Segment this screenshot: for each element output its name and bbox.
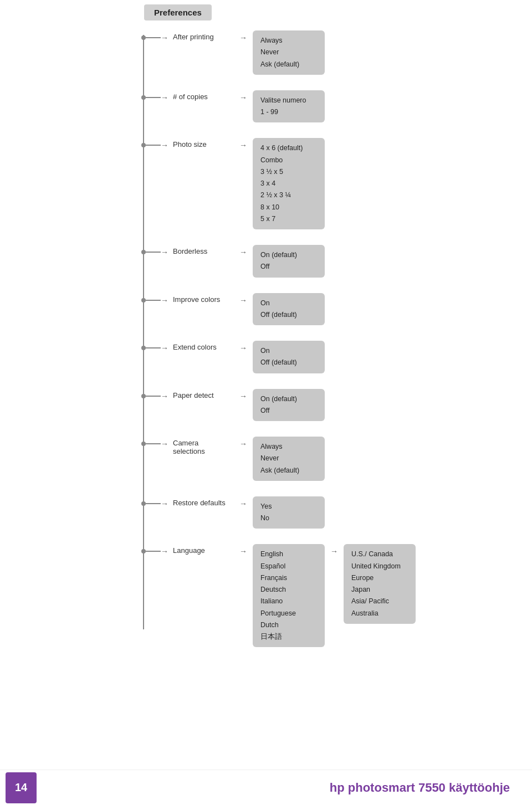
h-connector [146, 347, 161, 348]
arrow-icon: → [161, 141, 168, 150]
h-connector [146, 300, 161, 301]
bullet-dot [141, 346, 146, 350]
product-name: hp photosmart 7550 käyttöohje [330, 781, 510, 795]
h-connector [146, 503, 161, 504]
preferences-tree: →After printing→AlwaysNeverAsk (default)… [122, 30, 510, 674]
arrow-icon: → [161, 343, 168, 352]
pref-label: Language [173, 544, 239, 555]
pref-label: Extend colors [173, 341, 239, 351]
options-box: AlwaysNeverAsk (default) [253, 437, 325, 481]
h-connector [146, 145, 161, 146]
options-box: AlwaysNeverAsk (default) [253, 30, 325, 75]
page-title: Preferences [144, 4, 212, 20]
arrow-icon-3: → [330, 547, 338, 556]
h-connector [146, 551, 161, 552]
bullet-connector [122, 90, 161, 100]
bullet-dot [141, 298, 146, 302]
pref-label: Borderless [173, 245, 239, 255]
options-box: OnOff (default) [253, 293, 325, 326]
bullet-dot [141, 143, 146, 147]
bullet-dot [141, 549, 146, 553]
options-box: 4 x 6 (default)Combo3 ½ x 53 x 42 ½ x 3 … [253, 138, 325, 229]
arrow-icon: → [161, 499, 168, 508]
options-box: EnglishEspañolFrançaisDeutschItalianoPor… [253, 544, 325, 647]
pref-row: →Borderless→On (default)Off [122, 245, 510, 278]
pref-label: Improve colors [173, 293, 239, 304]
bullet-connector [122, 245, 161, 254]
arrow-icon: → [161, 93, 168, 102]
page-number: 14 [6, 772, 37, 803]
bullet-dot [141, 95, 146, 100]
pref-row: →Language→EnglishEspañolFrançaisDeutschI… [122, 544, 510, 647]
arrow-icon: → [161, 248, 168, 257]
pref-label: Restore defaults [173, 496, 239, 507]
pref-row: →Restore defaults→YesNo [122, 496, 510, 529]
bullet-connector [122, 437, 161, 446]
pref-row: →After printing→AlwaysNeverAsk (default) [122, 30, 510, 75]
arrow-icon-2: → [239, 93, 247, 102]
bullet-dot [141, 442, 146, 446]
arrow-icon-2: → [239, 499, 247, 508]
bullet-connector [122, 341, 161, 350]
h-connector [146, 443, 161, 444]
pref-row: →Improve colors→OnOff (default) [122, 293, 510, 326]
pref-row: →Camera selections→AlwaysNeverAsk (defau… [122, 437, 510, 481]
bullet-connector [122, 389, 161, 398]
pref-row: →Extend colors→OnOff (default) [122, 341, 510, 373]
bullet-connector [122, 544, 161, 553]
bullet-dot [141, 394, 146, 398]
h-connector [146, 396, 161, 397]
sub-options-box: U.S./ CanadaUnited KingdomEuropeJapanAsi… [344, 544, 416, 624]
arrow-icon: → [161, 547, 168, 556]
arrow-icon: → [161, 33, 168, 42]
pref-row: →Paper detect→On (default)Off [122, 389, 510, 422]
bullet-dot [141, 35, 146, 40]
pref-label: Photo size [173, 138, 239, 148]
arrow-icon-2: → [239, 439, 247, 448]
h-connector [146, 37, 161, 38]
pref-label: After printing [173, 30, 239, 41]
pref-row: →# of copies→Valitse numero1 - 99 [122, 90, 510, 123]
options-box: OnOff (default) [253, 341, 325, 373]
footer: 14 hp photosmart 7550 käyttöohje [0, 770, 532, 805]
arrow-icon-2: → [239, 141, 247, 150]
arrow-icon-2: → [239, 392, 247, 401]
pref-label: Camera selections [173, 437, 239, 455]
arrow-icon-2: → [239, 33, 247, 42]
h-connector [146, 252, 161, 253]
h-connector [146, 97, 161, 98]
options-box: On (default)Off [253, 245, 325, 278]
arrow-icon-2: → [239, 248, 247, 257]
arrow-icon-2: → [239, 296, 247, 305]
pref-row: →Photo size→4 x 6 (default)Combo3 ½ x 53… [122, 138, 510, 229]
arrow-icon-2: → [239, 547, 247, 556]
arrow-icon: → [161, 392, 168, 401]
pref-label: Paper detect [173, 389, 239, 399]
bullet-dot [141, 501, 146, 506]
arrow-icon: → [161, 439, 168, 448]
options-box: On (default)Off [253, 389, 325, 422]
arrow-icon-2: → [239, 343, 247, 352]
bullet-connector [122, 496, 161, 506]
pref-label: # of copies [173, 90, 239, 101]
bullet-dot [141, 250, 146, 254]
bullet-connector [122, 138, 161, 147]
bullet-connector [122, 30, 161, 40]
bullet-connector [122, 293, 161, 302]
arrow-icon: → [161, 296, 168, 305]
options-box: Valitse numero1 - 99 [253, 90, 325, 123]
options-box: YesNo [253, 496, 325, 529]
